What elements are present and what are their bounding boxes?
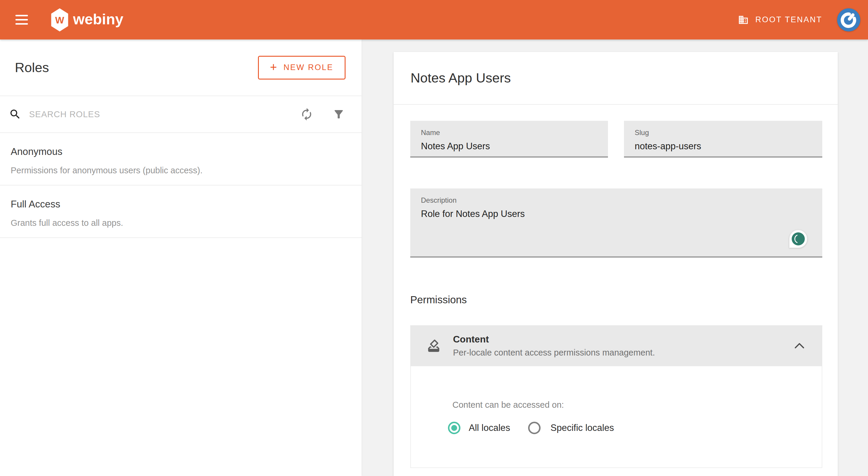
refresh-icon[interactable] bbox=[300, 107, 313, 121]
role-item-title: Full Access bbox=[11, 198, 350, 210]
role-item-description: Permissions for anonymous users (public … bbox=[11, 166, 350, 176]
tenant-selector[interactable]: ROOT TENANT bbox=[738, 14, 822, 25]
content-accordion-header[interactable]: Content Per-locale content access permis… bbox=[410, 325, 822, 366]
webiny-logo[interactable]: W webiny bbox=[51, 8, 123, 32]
description-field-label: Description bbox=[421, 196, 812, 204]
filter-icon[interactable] bbox=[333, 108, 345, 121]
name-field-label: Name bbox=[421, 128, 598, 137]
svg-text:W: W bbox=[55, 15, 64, 26]
chevron-up-icon[interactable] bbox=[795, 343, 804, 349]
permissions-heading: Permissions bbox=[410, 294, 822, 306]
role-list-item-full-access[interactable]: Full Access Grants full access to all ap… bbox=[0, 186, 362, 238]
avatar-power-icon bbox=[839, 11, 858, 29]
plus-icon: + bbox=[270, 61, 277, 73]
content-accordion-subtitle: Per-locale content access permissions ma… bbox=[453, 348, 655, 358]
content-access-label: Content can be accessed on: bbox=[453, 400, 822, 410]
chat-bubble-icon bbox=[792, 232, 805, 246]
roles-search-bar bbox=[0, 96, 362, 133]
content-permission-icon bbox=[426, 338, 441, 353]
role-list-item-anonymous[interactable]: Anonymous Permissions for anonymous user… bbox=[0, 133, 362, 186]
webiny-hexagon-icon: W bbox=[51, 8, 69, 32]
roles-list-panel: Roles + NEW ROLE Anonymous Permissions f… bbox=[0, 39, 362, 476]
radio-all-locales[interactable] bbox=[448, 422, 460, 434]
tenant-building-icon bbox=[738, 14, 749, 25]
description-field[interactable]: Description Role for Notes App Users bbox=[410, 188, 822, 258]
role-form-header: Notes App Users bbox=[394, 52, 838, 105]
content-accordion-body: Content can be accessed on: All locales … bbox=[410, 366, 822, 468]
slug-field-label: Slug bbox=[635, 128, 812, 137]
menu-icon[interactable] bbox=[16, 15, 28, 25]
search-input[interactable] bbox=[29, 109, 300, 119]
description-field-value: Role for Notes App Users bbox=[421, 209, 812, 219]
role-form-title: Notes App Users bbox=[410, 70, 511, 86]
radio-specific-locales-label[interactable]: Specific locales bbox=[551, 422, 614, 433]
logo-wordmark: webiny bbox=[73, 11, 123, 28]
role-item-title: Anonymous bbox=[11, 146, 350, 157]
radio-specific-locales[interactable] bbox=[528, 422, 540, 434]
roles-header: Roles + NEW ROLE bbox=[0, 39, 362, 96]
new-role-button[interactable]: + NEW ROLE bbox=[258, 56, 345, 80]
name-field-value: Notes App Users bbox=[421, 141, 598, 152]
chat-bubble-widget[interactable] bbox=[789, 230, 807, 248]
role-detail-area: Notes App Users Name Notes App Users Slu… bbox=[362, 39, 868, 476]
slug-field[interactable]: Slug notes-app-users bbox=[624, 121, 822, 158]
role-item-description: Grants full access to all apps. bbox=[11, 218, 350, 228]
search-icon bbox=[9, 108, 21, 121]
page-title: Roles bbox=[15, 60, 49, 75]
content-accordion-title: Content bbox=[453, 334, 655, 345]
name-field[interactable]: Name Notes App Users bbox=[410, 121, 608, 158]
slug-field-value: notes-app-users bbox=[635, 141, 812, 152]
new-role-button-label: NEW ROLE bbox=[283, 63, 333, 72]
role-form-card: Notes App Users Name Notes App Users Slu… bbox=[394, 52, 838, 476]
content-permissions-accordion: Content Per-locale content access permis… bbox=[410, 325, 822, 468]
radio-all-locales-label[interactable]: All locales bbox=[469, 422, 510, 433]
user-avatar[interactable] bbox=[837, 8, 860, 31]
top-app-bar: W webiny ROOT TENANT bbox=[0, 0, 868, 39]
tenant-label: ROOT TENANT bbox=[755, 15, 822, 24]
